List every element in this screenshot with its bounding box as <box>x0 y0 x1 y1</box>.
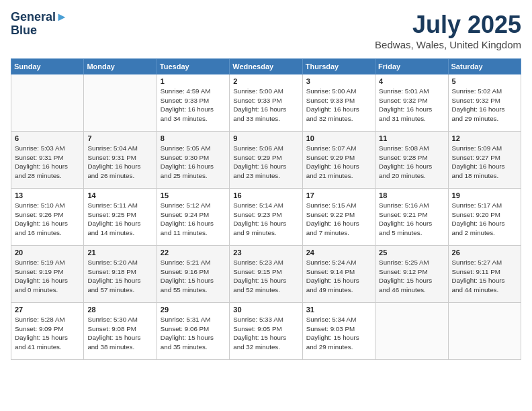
calendar-cell: 6Sunrise: 5:03 AM Sunset: 9:31 PM Daylig… <box>11 132 84 189</box>
calendar-cell: 17Sunrise: 5:15 AM Sunset: 9:22 PM Dayli… <box>302 189 375 246</box>
calendar-cell: 16Sunrise: 5:14 AM Sunset: 9:23 PM Dayli… <box>230 189 302 246</box>
day-number: 4 <box>379 77 444 85</box>
day-number: 26 <box>452 248 517 257</box>
calendar-cell <box>375 303 448 360</box>
weekday-header-row: SundayMondayTuesdayWednesdayThursdayFrid… <box>11 59 521 75</box>
calendar-cell: 5Sunrise: 5:02 AM Sunset: 9:32 PM Daylig… <box>448 75 521 132</box>
calendar-week-row: 6Sunrise: 5:03 AM Sunset: 9:31 PM Daylig… <box>11 132 521 189</box>
day-number: 22 <box>161 248 226 257</box>
day-detail: Sunrise: 5:14 AM Sunset: 9:23 PM Dayligh… <box>233 201 298 238</box>
day-detail: Sunrise: 5:27 AM Sunset: 9:11 PM Dayligh… <box>452 258 517 295</box>
calendar-cell: 11Sunrise: 5:08 AM Sunset: 9:28 PM Dayli… <box>375 132 448 189</box>
day-number: 3 <box>306 77 371 85</box>
day-number: 27 <box>15 306 80 314</box>
calendar-cell: 19Sunrise: 5:17 AM Sunset: 9:20 PM Dayli… <box>448 189 521 246</box>
day-detail: Sunrise: 5:03 AM Sunset: 9:31 PM Dayligh… <box>15 144 80 181</box>
day-detail: Sunrise: 5:20 AM Sunset: 9:18 PM Dayligh… <box>87 258 152 295</box>
day-number: 5 <box>452 77 517 85</box>
title-block: July 2025 Bedwas, Wales, United Kingdom <box>375 11 521 50</box>
day-detail: Sunrise: 5:28 AM Sunset: 9:09 PM Dayligh… <box>15 315 80 352</box>
day-detail: Sunrise: 5:02 AM Sunset: 9:32 PM Dayligh… <box>452 87 517 124</box>
calendar-cell: 2Sunrise: 5:00 AM Sunset: 9:33 PM Daylig… <box>230 75 302 132</box>
calendar-cell: 20Sunrise: 5:19 AM Sunset: 9:19 PM Dayli… <box>11 246 84 303</box>
day-number: 11 <box>379 134 444 142</box>
calendar-cell: 27Sunrise: 5:28 AM Sunset: 9:09 PM Dayli… <box>11 303 84 360</box>
day-detail: Sunrise: 5:31 AM Sunset: 9:06 PM Dayligh… <box>161 315 226 352</box>
weekday-header: Friday <box>375 59 448 75</box>
calendar-cell: 18Sunrise: 5:16 AM Sunset: 9:21 PM Dayli… <box>375 189 448 246</box>
day-number: 8 <box>161 134 226 142</box>
calendar-cell: 9Sunrise: 5:06 AM Sunset: 9:29 PM Daylig… <box>230 132 302 189</box>
calendar-cell <box>448 303 521 360</box>
day-detail: Sunrise: 5:04 AM Sunset: 9:31 PM Dayligh… <box>87 144 152 181</box>
calendar-week-row: 13Sunrise: 5:10 AM Sunset: 9:26 PM Dayli… <box>11 189 521 246</box>
day-detail: Sunrise: 5:19 AM Sunset: 9:19 PM Dayligh… <box>15 258 80 295</box>
day-number: 23 <box>233 248 298 257</box>
weekday-header: Wednesday <box>230 59 302 75</box>
day-detail: Sunrise: 5:17 AM Sunset: 9:20 PM Dayligh… <box>452 201 517 238</box>
calendar-cell: 28Sunrise: 5:30 AM Sunset: 9:08 PM Dayli… <box>84 303 157 360</box>
day-number: 9 <box>233 134 298 142</box>
day-detail: Sunrise: 5:12 AM Sunset: 9:24 PM Dayligh… <box>161 201 226 238</box>
day-number: 7 <box>87 134 152 142</box>
weekday-header: Monday <box>84 59 157 75</box>
calendar-cell: 22Sunrise: 5:21 AM Sunset: 9:16 PM Dayli… <box>157 246 229 303</box>
calendar-cell <box>11 75 84 132</box>
calendar-cell: 15Sunrise: 5:12 AM Sunset: 9:24 PM Dayli… <box>157 189 229 246</box>
day-number: 31 <box>306 306 371 314</box>
day-number: 19 <box>452 191 517 199</box>
day-number: 6 <box>15 134 80 142</box>
day-number: 28 <box>87 306 152 314</box>
day-detail: Sunrise: 5:25 AM Sunset: 9:12 PM Dayligh… <box>379 258 444 295</box>
calendar-cell: 4Sunrise: 5:01 AM Sunset: 9:32 PM Daylig… <box>375 75 448 132</box>
calendar-cell: 12Sunrise: 5:09 AM Sunset: 9:27 PM Dayli… <box>448 132 521 189</box>
day-number: 10 <box>306 134 371 142</box>
logo: General►Blue <box>11 11 68 38</box>
day-detail: Sunrise: 5:10 AM Sunset: 9:26 PM Dayligh… <box>15 201 80 238</box>
calendar-cell: 7Sunrise: 5:04 AM Sunset: 9:31 PM Daylig… <box>84 132 157 189</box>
calendar-cell: 3Sunrise: 5:00 AM Sunset: 9:33 PM Daylig… <box>302 75 375 132</box>
day-number: 16 <box>233 191 298 199</box>
calendar-cell: 30Sunrise: 5:33 AM Sunset: 9:05 PM Dayli… <box>230 303 302 360</box>
calendar-week-row: 20Sunrise: 5:19 AM Sunset: 9:19 PM Dayli… <box>11 246 521 303</box>
day-number: 12 <box>452 134 517 142</box>
calendar-cell: 31Sunrise: 5:34 AM Sunset: 9:03 PM Dayli… <box>302 303 375 360</box>
day-detail: Sunrise: 5:05 AM Sunset: 9:30 PM Dayligh… <box>161 144 226 181</box>
calendar-cell <box>84 75 157 132</box>
day-detail: Sunrise: 5:15 AM Sunset: 9:22 PM Dayligh… <box>306 201 371 238</box>
day-detail: Sunrise: 5:23 AM Sunset: 9:15 PM Dayligh… <box>233 258 298 295</box>
day-detail: Sunrise: 5:07 AM Sunset: 9:29 PM Dayligh… <box>306 144 371 181</box>
day-detail: Sunrise: 4:59 AM Sunset: 9:33 PM Dayligh… <box>161 87 226 124</box>
day-number: 14 <box>87 191 152 199</box>
day-number: 24 <box>306 248 371 257</box>
day-detail: Sunrise: 5:08 AM Sunset: 9:28 PM Dayligh… <box>379 144 444 181</box>
day-number: 21 <box>87 248 152 257</box>
calendar-table: SundayMondayTuesdayWednesdayThursdayFrid… <box>11 58 521 360</box>
day-detail: Sunrise: 5:09 AM Sunset: 9:27 PM Dayligh… <box>452 144 517 181</box>
calendar-week-row: 27Sunrise: 5:28 AM Sunset: 9:09 PM Dayli… <box>11 303 521 360</box>
calendar-cell: 1Sunrise: 4:59 AM Sunset: 9:33 PM Daylig… <box>157 75 229 132</box>
calendar-subtitle: Bedwas, Wales, United Kingdom <box>375 39 521 50</box>
logo-text: General►Blue <box>11 11 68 38</box>
day-number: 29 <box>161 306 226 314</box>
calendar-cell: 24Sunrise: 5:24 AM Sunset: 9:14 PM Dayli… <box>302 246 375 303</box>
calendar-cell: 29Sunrise: 5:31 AM Sunset: 9:06 PM Dayli… <box>157 303 229 360</box>
weekday-header: Saturday <box>448 59 521 75</box>
calendar-cell: 21Sunrise: 5:20 AM Sunset: 9:18 PM Dayli… <box>84 246 157 303</box>
day-detail: Sunrise: 5:21 AM Sunset: 9:16 PM Dayligh… <box>161 258 226 295</box>
day-detail: Sunrise: 5:00 AM Sunset: 9:33 PM Dayligh… <box>233 87 298 124</box>
calendar-cell: 14Sunrise: 5:11 AM Sunset: 9:25 PM Dayli… <box>84 189 157 246</box>
day-number: 2 <box>233 77 298 85</box>
calendar-cell: 8Sunrise: 5:05 AM Sunset: 9:30 PM Daylig… <box>157 132 229 189</box>
day-detail: Sunrise: 5:11 AM Sunset: 9:25 PM Dayligh… <box>87 201 152 238</box>
weekday-header: Tuesday <box>157 59 229 75</box>
calendar-title: July 2025 <box>375 11 521 39</box>
day-number: 25 <box>379 248 444 257</box>
calendar-cell: 10Sunrise: 5:07 AM Sunset: 9:29 PM Dayli… <box>302 132 375 189</box>
day-detail: Sunrise: 5:30 AM Sunset: 9:08 PM Dayligh… <box>87 315 152 352</box>
weekday-header: Sunday <box>11 59 84 75</box>
weekday-header: Thursday <box>302 59 375 75</box>
calendar-cell: 13Sunrise: 5:10 AM Sunset: 9:26 PM Dayli… <box>11 189 84 246</box>
calendar-cell: 26Sunrise: 5:27 AM Sunset: 9:11 PM Dayli… <box>448 246 521 303</box>
day-detail: Sunrise: 5:06 AM Sunset: 9:29 PM Dayligh… <box>233 144 298 181</box>
